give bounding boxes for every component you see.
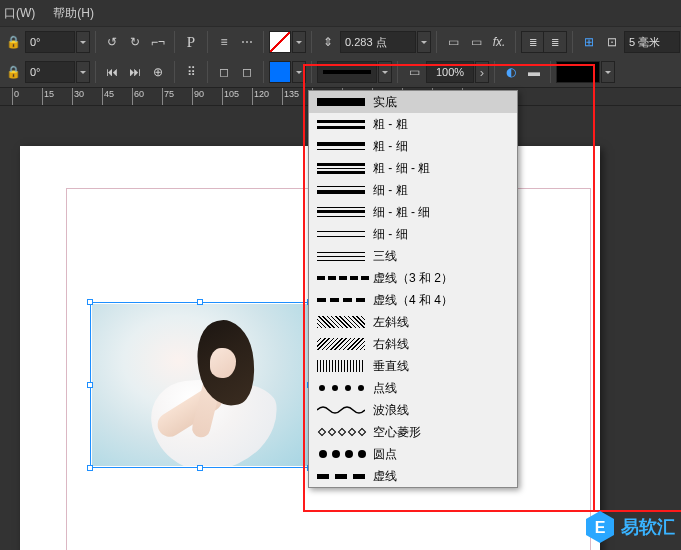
line-style-label: 虚线（3 和 2）: [373, 270, 509, 287]
line-style-option[interactable]: 虚线（4 和 4）: [309, 289, 517, 311]
rotation-bottom-dropdown[interactable]: [76, 61, 90, 83]
line-style-preview-icon: [317, 117, 365, 131]
rotate-cw-icon[interactable]: ↻: [124, 31, 146, 53]
line-style-option[interactable]: 粗 - 细 - 粗: [309, 157, 517, 179]
logo-text: 易软汇: [621, 515, 675, 539]
line-style-option[interactable]: 粗 - 细: [309, 135, 517, 157]
ruler-tick: 30: [72, 88, 84, 105]
zoom-field[interactable]: 100%: [426, 61, 474, 83]
skip-back-icon[interactable]: ⏮: [101, 61, 123, 83]
snap-grid-icon[interactable]: ⊞: [578, 31, 600, 53]
line-style-label: 波浪线: [373, 402, 509, 419]
placed-image[interactable]: [92, 304, 308, 466]
wrap-right-icon[interactable]: ≣: [544, 32, 566, 52]
line-style-label: 左斜线: [373, 314, 509, 331]
lock-icon-2[interactable]: 🔒: [2, 61, 24, 83]
handles-icon[interactable]: ⠿: [180, 61, 202, 83]
line-style-label: 细 - 粗 - 细: [373, 204, 509, 221]
rotate-ccw-icon[interactable]: ↺: [101, 31, 123, 53]
line-style-option[interactable]: 细 - 粗: [309, 179, 517, 201]
line-style-option[interactable]: 波浪线: [309, 399, 517, 421]
line-style-option[interactable]: 细 - 粗 - 细: [309, 201, 517, 223]
handle-tm[interactable]: [197, 299, 203, 305]
color2-dropdown[interactable]: [601, 61, 615, 83]
line-style-option[interactable]: 实底: [309, 91, 517, 113]
line-style-option[interactable]: 虚线: [309, 465, 517, 487]
color2-swatch[interactable]: [556, 61, 600, 83]
outline-swatch[interactable]: [269, 61, 291, 83]
selection-frame[interactable]: [90, 302, 310, 468]
shadow-icon[interactable]: ◐: [500, 61, 522, 83]
line-style-preview-icon: [317, 381, 365, 395]
text-wrap-controls[interactable]: ≣ ≣: [521, 31, 567, 53]
text-bg-icon[interactable]: ▬: [523, 61, 545, 83]
line-style-preview-icon: [317, 403, 365, 417]
menu-window[interactable]: 口(W): [4, 5, 35, 22]
bounds-icon[interactable]: ⊡: [601, 31, 623, 53]
fill-dropdown[interactable]: [292, 31, 306, 53]
line-style-preview-icon: [317, 425, 365, 439]
skip-fwd-icon[interactable]: ⏭: [124, 61, 146, 83]
effects-fx-icon[interactable]: fx.: [488, 31, 510, 53]
line-style-preview-icon: [317, 359, 365, 373]
rotation-field-top[interactable]: [25, 31, 75, 53]
line-style-option[interactable]: 虚线（3 和 2）: [309, 267, 517, 289]
line-style-preview-icon: [317, 337, 365, 351]
misc2-icon[interactable]: ◻: [236, 61, 258, 83]
line-style-label: 空心菱形: [373, 424, 509, 441]
rotation-top-dropdown[interactable]: [76, 31, 90, 53]
paragraph-icon[interactable]: P: [180, 31, 202, 53]
frame-rect-dashed-icon[interactable]: ▭: [442, 31, 464, 53]
lock-aspect-icon[interactable]: ⇕: [317, 31, 339, 53]
menubar: 口(W) 帮助(H): [0, 0, 681, 26]
stroke-width-field[interactable]: [340, 31, 416, 53]
handle-bl[interactable]: [87, 465, 93, 471]
line-style-option[interactable]: 粗 - 粗: [309, 113, 517, 135]
line-style-label: 实底: [373, 94, 509, 111]
image-figure: [152, 314, 272, 464]
line-style-option[interactable]: 空心菱形: [309, 421, 517, 443]
ruler-tick: 120: [252, 88, 269, 105]
line-style-option[interactable]: 右斜线: [309, 333, 517, 355]
handle-tl[interactable]: [87, 299, 93, 305]
lock-icon[interactable]: 🔒: [2, 31, 24, 53]
wrap-left-icon[interactable]: ≣: [522, 32, 544, 52]
svg-text:E: E: [595, 519, 606, 536]
align-icon[interactable]: ≡: [213, 31, 235, 53]
settings-icon[interactable]: ⋯: [236, 31, 258, 53]
line-style-label: 粗 - 细 - 粗: [373, 160, 509, 177]
line-style-preview-icon: [317, 95, 365, 109]
line-style-menu[interactable]: 实底粗 - 粗粗 - 细粗 - 细 - 粗细 - 粗细 - 粗 - 细细 - 细…: [308, 90, 518, 488]
line-style-option[interactable]: 左斜线: [309, 311, 517, 333]
ruler-tick: 15: [42, 88, 54, 105]
fill-swatch[interactable]: [269, 31, 291, 53]
line-style-dropdown[interactable]: [378, 61, 392, 83]
zoom-more[interactable]: [475, 61, 489, 83]
rotation-field-bottom[interactable]: [25, 61, 75, 83]
misc-icon[interactable]: ◻: [213, 61, 235, 83]
handle-bm[interactable]: [197, 465, 203, 471]
container-icon[interactable]: ▭: [403, 61, 425, 83]
line-style-option[interactable]: 垂直线: [309, 355, 517, 377]
line-style-label: 细 - 粗: [373, 182, 509, 199]
target-icon[interactable]: ⊕: [147, 61, 169, 83]
line-style-option[interactable]: 圆点: [309, 443, 517, 465]
handle-ml[interactable]: [87, 382, 93, 388]
outline-dropdown[interactable]: [292, 61, 306, 83]
crop-marks-icon[interactable]: ⌐¬: [147, 31, 169, 53]
margin-field[interactable]: [624, 31, 680, 53]
logo-badge-icon: E: [585, 510, 615, 544]
line-style-option[interactable]: 细 - 细: [309, 223, 517, 245]
line-style-label: 虚线（4 和 4）: [373, 292, 509, 309]
stroke-width-dropdown[interactable]: [417, 31, 431, 53]
line-style-label: 右斜线: [373, 336, 509, 353]
ruler-tick: 105: [222, 88, 239, 105]
menu-help[interactable]: 帮助(H): [53, 5, 94, 22]
frame-rect-icon[interactable]: ▭: [465, 31, 487, 53]
line-style-preview-icon: [317, 139, 365, 153]
line-style-preview[interactable]: [317, 61, 377, 83]
line-style-preview-icon: [317, 249, 365, 263]
line-style-option[interactable]: 三线: [309, 245, 517, 267]
line-style-preview-icon: [317, 227, 365, 241]
line-style-option[interactable]: 点线: [309, 377, 517, 399]
